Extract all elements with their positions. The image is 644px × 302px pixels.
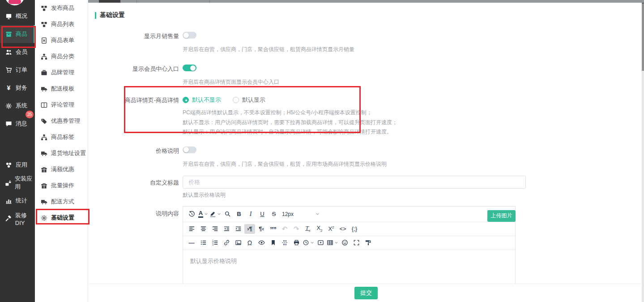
submenu-item-delivery-template[interactable]: 配送模板 bbox=[35, 81, 88, 97]
editor-search-replace-button[interactable] bbox=[222, 209, 233, 219]
submenu-item-label: 批量操作 bbox=[51, 181, 74, 190]
editor-font-size-button[interactable]: 12px bbox=[280, 209, 321, 219]
editor-underline-button[interactable]: U bbox=[257, 209, 268, 219]
editor-code-sample-button[interactable]: {;} bbox=[349, 224, 360, 234]
editor-fullscreen-button[interactable] bbox=[351, 238, 362, 248]
editor-toolbar-row2: ›¶¶‹””↶↷TxX2X2<>{;} bbox=[183, 222, 515, 236]
price-description-toggle[interactable] bbox=[183, 147, 196, 153]
editor-bullet-list-button[interactable] bbox=[198, 238, 209, 248]
editor-indent-button[interactable] bbox=[233, 224, 243, 234]
goods-detail-display-hint: PC端商品详情默认显示，不受本设置控制；H5/公众号/小程序端按本设置控制；默认… bbox=[183, 108, 397, 137]
sidebar-item-overview[interactable]: 概况 bbox=[0, 7, 35, 25]
editor-toolbar-row3: —123Ω bbox=[183, 236, 515, 250]
sidebar-item-message[interactable]: 消息35 bbox=[0, 115, 35, 133]
custom-title-hint: 默认显示价格说明 bbox=[183, 191, 526, 199]
upload-image-button[interactable]: 上传图片 bbox=[487, 210, 516, 222]
section-title: 基础设置 bbox=[95, 11, 644, 19]
sidebar-item-goods[interactable]: 商品 bbox=[0, 25, 35, 43]
editor-preview-button[interactable] bbox=[256, 238, 267, 248]
editor-bold-button[interactable]: B bbox=[234, 209, 244, 219]
editor-content-area[interactable]: 默认显示价格说明 bbox=[183, 250, 515, 286]
custom-title-input[interactable] bbox=[183, 176, 526, 189]
order-icon bbox=[5, 67, 13, 73]
scrollbar[interactable] bbox=[642, 3, 644, 302]
editor-insert-image-button[interactable] bbox=[233, 238, 243, 248]
sidebar-item-order[interactable]: 订单 bbox=[0, 61, 35, 79]
submit-button[interactable]: 提交 bbox=[354, 287, 378, 299]
editor-undo-button[interactable]: ↶ bbox=[279, 224, 290, 234]
editor-horizontal-rule-button[interactable]: — bbox=[186, 238, 197, 248]
submenu-item-full-discount[interactable]: 满额优惠 bbox=[35, 161, 88, 177]
editor-align-right-button[interactable] bbox=[209, 224, 220, 234]
submenu-item-coupon-admin[interactable]: 优惠券管理 bbox=[35, 113, 88, 129]
editor-italic-button[interactable]: I bbox=[245, 209, 256, 219]
show-monthly-sales-toggle[interactable] bbox=[183, 32, 196, 39]
submenu-item-basic-settings[interactable]: 基础设置 bbox=[35, 210, 88, 226]
goods-detail-display-option-0[interactable]: 默认不显示 bbox=[183, 96, 221, 104]
editor-strikethrough-button[interactable]: S bbox=[269, 209, 279, 219]
editor-insert-table-button[interactable] bbox=[327, 238, 338, 248]
editor-superscript-button[interactable]: X2 bbox=[326, 224, 337, 234]
submenu-item-label: 配送模板 bbox=[51, 85, 74, 93]
editor-insert-media-button[interactable] bbox=[315, 238, 326, 248]
editor-align-center-button[interactable] bbox=[198, 224, 209, 234]
submenu-item-goods-list[interactable]: 商品列表 bbox=[35, 16, 88, 32]
submenu-item-goods-category[interactable]: 商品分类 bbox=[35, 48, 88, 65]
goods-detail-display-label: 商品详情页-商品详情 bbox=[88, 96, 179, 104]
cubes-icon bbox=[41, 5, 47, 12]
sidebar-item-install-apps[interactable]: 安装应用 bbox=[0, 174, 35, 192]
submenu-item-brand-admin[interactable]: 品牌管理 bbox=[35, 65, 88, 81]
submenu-item-publish-goods[interactable]: 发布商品 bbox=[35, 0, 88, 16]
editor-numbered-list-button[interactable]: 123 bbox=[209, 238, 220, 248]
show-monthly-sales-label: 显示月销售量 bbox=[88, 32, 179, 40]
editor-blockquote-button[interactable]: ”” bbox=[268, 224, 278, 234]
logo[interactable] bbox=[0, 0, 35, 7]
editor-align-left-button[interactable] bbox=[186, 224, 197, 234]
editor-redo-button[interactable]: ↷ bbox=[291, 224, 302, 234]
editor-emoticons-button[interactable] bbox=[339, 238, 350, 248]
editor-insert-link-button[interactable] bbox=[221, 238, 232, 248]
sidebar-item-decorate-diy[interactable]: 装修DIY bbox=[0, 210, 35, 228]
editor-highlight-color-button[interactable] bbox=[209, 209, 221, 219]
editor-insert-datetime-button[interactable] bbox=[303, 238, 314, 248]
editor-page-break-button[interactable] bbox=[279, 238, 290, 248]
price-description-label: 价格说明 bbox=[88, 147, 179, 155]
show-monthly-sales-hint: 开启后在自营，供应商，门店，聚合供应链，租赁商品详情页显示月销量 bbox=[183, 46, 354, 53]
goods-detail-display-option-1[interactable]: 默认显示 bbox=[233, 96, 265, 104]
submenu-item-goods-tag[interactable]: 商品标签 bbox=[35, 129, 88, 145]
editor-outdent-button[interactable] bbox=[221, 224, 232, 234]
editor-subscript-button[interactable]: X2 bbox=[314, 224, 325, 234]
show-member-center-entry-label: 显示会员中心入口 bbox=[88, 65, 179, 73]
submenu-item-delivery-method[interactable]: 配送方式 bbox=[35, 194, 88, 210]
scrollbar-thumb[interactable] bbox=[642, 4, 644, 71]
editor-special-char-button[interactable]: Ω bbox=[244, 238, 255, 248]
submenu-item-comment-admin[interactable]: 评论管理 bbox=[35, 97, 88, 113]
submenu-item-return-address[interactable]: 退货地址设置 bbox=[35, 145, 88, 161]
description-content-label: 说明内容 bbox=[88, 206, 179, 218]
submenu-item-label: 退货地址设置 bbox=[51, 149, 86, 157]
editor-rtl-paragraph-button[interactable]: ¶‹ bbox=[256, 224, 267, 234]
form-row-price-description: 价格说明开启后在自营，供应商，门店，聚合供应链，租赁，应用市场商品详情页显示价格… bbox=[88, 147, 644, 168]
sidebar-item-member[interactable]: 会员 bbox=[0, 43, 35, 61]
editor-inline-code-button[interactable]: <> bbox=[337, 224, 348, 234]
sidebar-item-finance[interactable]: ¥财务 bbox=[0, 79, 35, 97]
editor-anchor-button[interactable] bbox=[268, 238, 278, 248]
radio-dot bbox=[233, 97, 239, 103]
editor-text-color-button[interactable]: A bbox=[198, 209, 209, 219]
editor-print-button[interactable] bbox=[291, 238, 302, 248]
sidebar-item-stats[interactable]: 统计 bbox=[0, 192, 35, 210]
footer-bar: 提交 bbox=[88, 284, 644, 302]
editor-format-paint-button[interactable] bbox=[363, 238, 373, 248]
submenu-item-batch-operation[interactable]: 批量操作 bbox=[35, 177, 88, 194]
description-content-control: 上传图片ABIUS12px›¶¶‹””↶↷TxX2X2<>{;}—123Ω默认显… bbox=[183, 206, 516, 293]
submenu-item-goods-form[interactable]: 商品表单 bbox=[35, 32, 88, 48]
show-member-center-entry-toggle[interactable] bbox=[183, 65, 196, 71]
main-content: 基础设置 显示月销售量开启后在自营，供应商，门店，聚合供应链，租赁商品详情页显示… bbox=[88, 0, 644, 302]
editor-clear-format-button[interactable]: Tx bbox=[303, 224, 313, 234]
sidebar-item-apps[interactable]: 应用 bbox=[0, 156, 35, 174]
form-row-description-content: 说明内容上传图片ABIUS12px›¶¶‹””↶↷TxX2X2<>{;}—123… bbox=[88, 206, 644, 293]
editor-history-restore-button[interactable] bbox=[186, 209, 197, 219]
editor-ltr-paragraph-button[interactable]: ›¶ bbox=[244, 224, 255, 234]
top-strip-divider bbox=[209, 0, 210, 3]
stats-icon bbox=[5, 198, 13, 204]
